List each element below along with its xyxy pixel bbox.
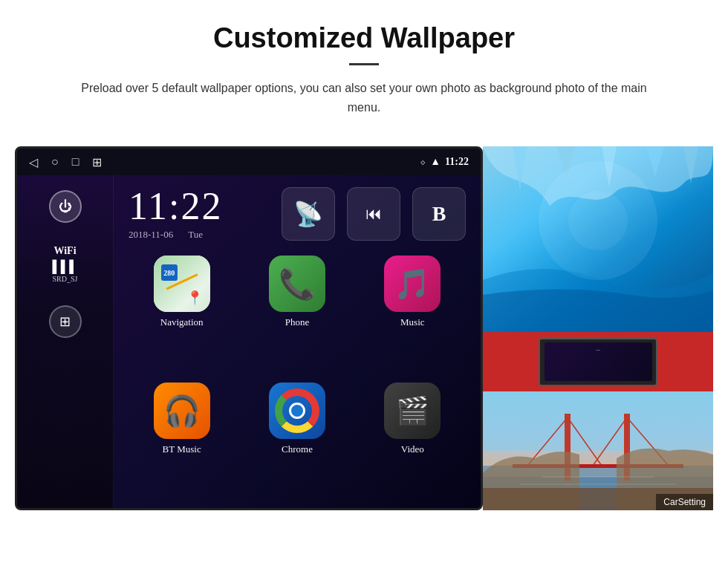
ice-background [483, 146, 713, 332]
clock-date-value: 2018-11-06 [129, 229, 173, 241]
location-icon: ⬦ [420, 156, 426, 168]
device-sidebar: ⏻ WiFi ▌▌▌ SRD_SJ ⊞ [17, 175, 114, 510]
signal-widget: 📡 [282, 187, 335, 241]
app-item-music[interactable]: 🎵 Music [360, 256, 466, 374]
device-frame: ◁ ○ □ ⊞ ⬦ ▲ 11:22 ⏻ WiFi ▌▌▌ SRD [15, 146, 483, 510]
recents-nav-icon[interactable]: □ [72, 155, 79, 169]
wallpaper-ice [483, 146, 713, 332]
status-bar-right: ⬦ ▲ 11:22 [420, 156, 469, 168]
device-main: 11:22 2018-11-06 Tue 📡 ⏮ [114, 175, 481, 510]
btmusic-label: BT Music [163, 443, 201, 455]
app-grid: 280 📍 Navigation 📞 Phone [114, 248, 481, 510]
power-icon: ⏻ [59, 199, 72, 215]
grid-icon: ⊞ [59, 313, 71, 330]
svg-rect-9 [483, 391, 713, 451]
main-content: ◁ ○ □ ⊞ ⬦ ▲ 11:22 ⏻ WiFi ▌▌▌ SRD [0, 131, 728, 533]
page-title: Customized Wallpaper [59, 22, 669, 54]
status-bar: ◁ ○ □ ⊞ ⬦ ▲ 11:22 [17, 149, 481, 175]
apps-grid-button[interactable]: ⊞ [49, 305, 82, 338]
app-item-chrome[interactable]: Chrome [244, 383, 350, 501]
phone-icon: 📞 [269, 256, 325, 312]
app-item-btmusic[interactable]: 🎧 BT Music [129, 383, 235, 501]
back-nav-icon[interactable]: ◁ [29, 155, 38, 169]
video-icon: 🎬 [384, 383, 441, 439]
svg-point-7 [568, 191, 628, 250]
page-header: Customized Wallpaper Preload over 5 defa… [0, 0, 728, 131]
app-item-phone[interactable]: 📞 Phone [244, 256, 350, 374]
phone-label: Phone [285, 316, 310, 328]
signal-icon: 📡 [293, 200, 323, 228]
app-item-navigation[interactable]: 280 📍 Navigation [129, 256, 235, 374]
music-icon: 🎵 [384, 256, 441, 312]
wifi-network-name: SRD_SJ [52, 275, 77, 283]
app-item-video[interactable]: 🎬 Video [360, 383, 466, 501]
b-widget[interactable]: B [412, 187, 466, 241]
status-time: 11:22 [445, 156, 469, 168]
clock-widgets: 📡 ⏮ B [282, 187, 466, 241]
prev-widget[interactable]: ⏮ [347, 187, 400, 241]
chrome-icon [269, 383, 325, 439]
title-divider [349, 63, 379, 65]
wifi-bars-icon: ▌▌▌ [52, 260, 77, 273]
clock-display: 11:22 2018-11-06 Tue [129, 187, 223, 241]
carsetting-label: CarSetting [656, 494, 713, 510]
navigation-label: Navigation [160, 316, 204, 328]
wifi-label: WiFi [52, 245, 77, 257]
power-button[interactable]: ⏻ [49, 190, 82, 223]
clock-time: 11:22 [129, 187, 223, 226]
clock-date: 2018-11-06 Tue [129, 229, 223, 241]
home-nav-icon[interactable]: ○ [51, 155, 59, 169]
chrome-label: Chrome [282, 443, 313, 455]
clock-area: 11:22 2018-11-06 Tue 📡 ⏮ [114, 175, 481, 248]
bridge-image [483, 391, 713, 510]
page-subtitle: Preload over 5 default wallpaper options… [74, 79, 654, 117]
btmusic-icon: 🎧 [154, 383, 210, 439]
clock-day-value: Tue [188, 229, 203, 241]
b-label: B [432, 202, 446, 226]
wifi-status-icon: ▲ [430, 156, 441, 168]
navigation-icon: 280 📍 [154, 256, 210, 312]
music-label: Music [400, 316, 425, 328]
prev-track-icon: ⏮ [365, 204, 382, 224]
wifi-info: WiFi ▌▌▌ SRD_SJ [52, 245, 77, 283]
video-label: Video [401, 443, 424, 455]
status-bar-left: ◁ ○ □ ⊞ [29, 155, 102, 169]
wallpaper-bridge: ... [483, 332, 713, 510]
device-body: ⏻ WiFi ▌▌▌ SRD_SJ ⊞ 11:22 [17, 175, 481, 510]
screenshot-nav-icon[interactable]: ⊞ [92, 155, 102, 169]
wallpaper-panel: ... [483, 146, 713, 510]
